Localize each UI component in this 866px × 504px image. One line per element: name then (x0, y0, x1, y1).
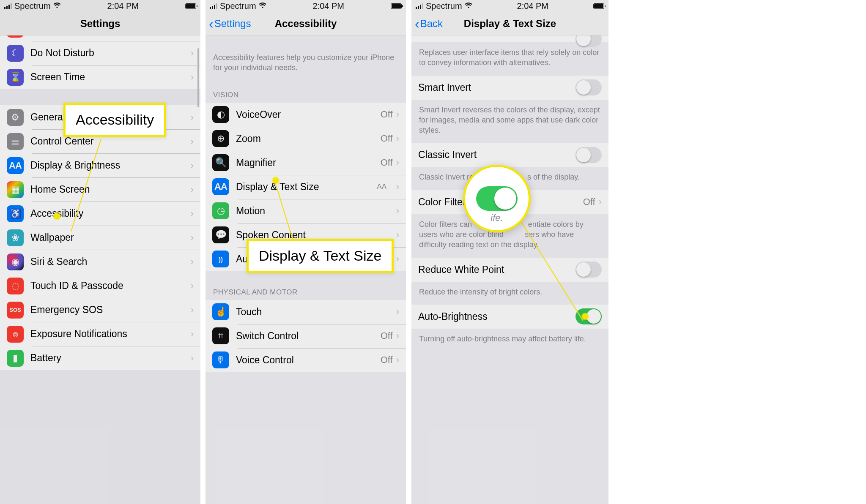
row-label: Screen Time (30, 71, 191, 83)
signal-icon (4, 3, 12, 9)
chevron-right-icon: › (396, 181, 399, 192)
callout-accessibility: Accessibility (63, 103, 166, 137)
note-differentiate: Replaces user interface items that rely … (411, 42, 608, 76)
aa-indicator: AA (377, 183, 386, 191)
callout-display-text-size: Display & Text Size (247, 239, 394, 273)
clock: 2:04 PM (517, 1, 548, 11)
list-item[interactable]: ◌Touch ID & Passcode› (0, 274, 200, 298)
back-label: Settings (214, 18, 251, 30)
row-detail: Off (381, 330, 393, 341)
smart-invert-toggle[interactable] (576, 79, 602, 95)
battery-icon (185, 3, 196, 9)
carrier: Spectrum (426, 1, 462, 11)
row-detail: Off (381, 157, 393, 168)
page-title: Settings (80, 18, 121, 30)
signal-icon (416, 3, 423, 9)
toggle[interactable] (576, 35, 602, 47)
chevron-right-icon: › (396, 109, 399, 120)
row-detail: Off (381, 133, 393, 144)
battery-icon (593, 3, 604, 9)
label: Reduce White Point (418, 264, 576, 275)
detail: Off (583, 196, 595, 207)
chevron-right-icon: › (396, 205, 399, 216)
chevron-right-icon: › (191, 160, 194, 171)
screenshot-display-text-size: Spectrum 2:04 PM ‹ Back Display & Text S… (411, 0, 608, 504)
clock: 2:04 PM (313, 1, 344, 11)
list-item[interactable]: ❀Wallpaper› (0, 226, 200, 250)
list-item[interactable]: ◷Motion› (206, 199, 406, 223)
fingerprint-icon: ◌ (7, 278, 24, 294)
row-label: Do Not Disturb (30, 47, 191, 59)
list-item[interactable]: ▦Home Screen› (0, 177, 200, 202)
row-smart-invert[interactable]: Smart Invert (411, 76, 608, 100)
list-item[interactable]: 🎙Voice ControlOff› (206, 348, 406, 372)
screenshot-settings: Spectrum 2:04 PM Settings 🔊Sounds & Hapt… (0, 0, 200, 504)
list-item[interactable]: ⊕ZoomOff› (206, 127, 406, 151)
toggles-icon: ⚌ (7, 133, 24, 150)
virus-icon: ⌾ (7, 326, 24, 343)
list-item[interactable]: ⌗Switch ControlOff› (206, 324, 406, 348)
row-label: Touch (236, 306, 396, 318)
list-item[interactable]: ▮Battery› (0, 346, 200, 370)
carrier: Spectrum (220, 1, 256, 11)
list-item[interactable]: ◉Siri & Search› (0, 250, 200, 274)
chevron-right-icon: › (191, 232, 194, 243)
chevron-right-icon: › (191, 353, 194, 364)
row-label: Exposure Notifications (30, 328, 191, 340)
chevron-right-icon: › (396, 133, 399, 144)
classic-invert-toggle[interactable] (576, 147, 602, 163)
chevron-right-icon: › (191, 329, 194, 340)
reduce-white-point-toggle[interactable] (576, 262, 602, 278)
back-button[interactable]: ‹ Settings (209, 12, 251, 35)
row-label: Display & Text Size (236, 181, 396, 193)
row-label: Switch Control (236, 330, 381, 342)
chevron-right-icon: › (396, 229, 399, 240)
label: Auto-Brightness (418, 311, 576, 322)
row-label: Magnifier (236, 157, 381, 169)
list-item[interactable]: ♿Accessibility› (0, 202, 200, 226)
list-item[interactable]: ☾Do Not Disturb› (0, 41, 200, 65)
list-item[interactable]: ⌛Screen Time› (0, 65, 200, 89)
chevron-right-icon: › (191, 48, 194, 59)
row-label: Emergency SOS (30, 304, 191, 316)
list-item[interactable]: AADisplay & Brightness› (0, 153, 200, 177)
list-item[interactable]: 🔍MagnifierOff› (206, 151, 406, 175)
list-item[interactable]: ◐VoiceOverOff› (206, 103, 406, 127)
chevron-right-icon: › (191, 208, 194, 219)
chevron-right-icon: › (191, 281, 194, 292)
list-item[interactable]: ⌾Exposure Notifications› (0, 322, 200, 346)
moon-icon: ☾ (7, 45, 24, 62)
list-item[interactable]: ☝Touch› (206, 300, 406, 324)
section-header-vision: VISION (206, 81, 406, 103)
row-label: Wallpaper (30, 232, 191, 243)
chevron-right-icon: › (191, 305, 194, 316)
zoom-icon: ⊕ (212, 130, 229, 147)
chevron-right-icon: › (396, 157, 399, 168)
row-classic-invert[interactable]: Classic Invert (411, 143, 608, 167)
status-bar: Spectrum 2:04 PM (206, 0, 406, 12)
row-label: Motion (236, 205, 396, 217)
chevron-right-icon: › (396, 354, 399, 365)
grid-icon: ▦ (7, 181, 24, 198)
chevron-right-icon: › (396, 306, 399, 317)
sounds-icon: 🔊 (7, 35, 24, 38)
auto-brightness-toggle[interactable] (576, 308, 602, 324)
list-item[interactable]: 🔊Sounds & Haptics› (0, 35, 200, 41)
intro-note: Accessibility features help you customiz… (206, 35, 406, 81)
row-detail: Off (381, 354, 393, 365)
label: Classic Invert (418, 149, 576, 161)
voice-ctrl-icon: 🎙 (212, 351, 229, 368)
flower-icon: ❀ (7, 229, 24, 246)
aa-icon: AA (7, 157, 24, 174)
row-label: Touch ID & Passcode (30, 280, 191, 292)
touch-icon: ☝ (212, 303, 229, 320)
siri-icon: ◉ (7, 253, 24, 270)
list-item[interactable]: SOSEmergency SOS› (0, 298, 200, 322)
note-smart: Smart Invert reverses the colors of the … (411, 100, 608, 143)
switch-icon: ⌗ (212, 327, 229, 344)
back-button[interactable]: ‹ Back (415, 12, 443, 35)
row-auto-brightness[interactable]: Auto-Brightness (411, 305, 608, 329)
sos-icon: SOS (7, 302, 24, 319)
row-reduce-white-point[interactable]: Reduce White Point (411, 258, 608, 282)
list-item[interactable]: AADisplay & Text SizeAA› (206, 175, 406, 199)
